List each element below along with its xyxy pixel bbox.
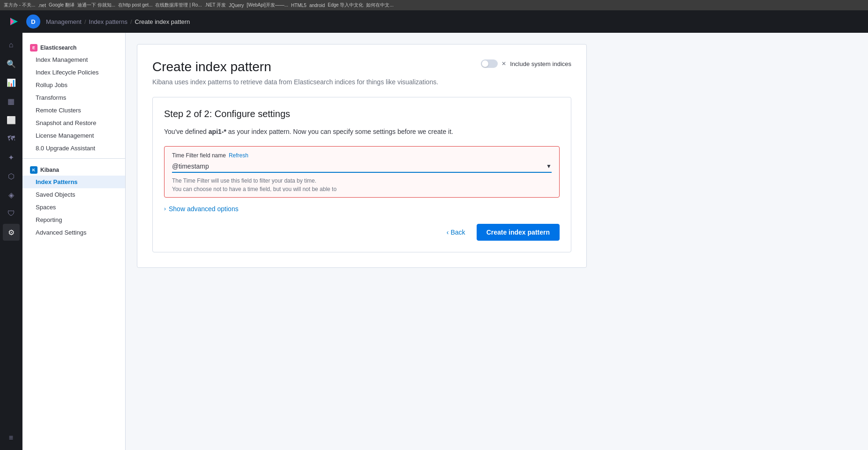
time-filter-hint-line1: The Time Filter will use this field to f… <box>172 177 552 185</box>
include-system-label: Include system indices <box>510 60 571 67</box>
bookmark-5: 在http post get... <box>118 2 152 8</box>
step-title: Step 2 of 2: Configure settings <box>164 109 560 119</box>
close-icon[interactable]: ✕ <box>501 60 506 67</box>
sidebar-item-saved-objects[interactable]: Saved Objects <box>22 188 125 201</box>
visualize-icon[interactable]: 📊 <box>3 74 20 91</box>
advanced-options-label: Show advanced options <box>169 205 239 213</box>
sidebar-item-index-management[interactable]: Index Management <box>22 53 125 66</box>
chevron-down-icon: ▼ <box>546 163 552 170</box>
bookmarks-bar: 某方办 - 不关... .net Google 翻译 迪通一下 你就知... 在… <box>4 2 394 8</box>
breadcrumb-index-patterns[interactable]: Index patterns <box>89 18 127 25</box>
sidebar-item-reporting[interactable]: Reporting <box>22 214 125 226</box>
bookmark-9: [WebApi]开发——... <box>247 2 288 8</box>
bookmark-12: Edge 导入中文化 <box>328 2 363 8</box>
canvas-icon[interactable]: ⬜ <box>3 111 20 128</box>
collapse-icon[interactable]: ≡ <box>3 429 20 446</box>
page-title: Create index pattern <box>152 59 438 74</box>
sidebar-item-license-management[interactable]: License Management <box>22 129 125 142</box>
bookmark-7: .NET 开发 <box>205 2 226 8</box>
step-desc-prefix: You've defined <box>164 128 209 135</box>
time-filter-select[interactable]: @timestamp ▼ <box>172 162 552 173</box>
page-header-left: Create index pattern Kibana uses index p… <box>152 59 438 86</box>
breadcrumb-sep-2: / <box>130 18 132 25</box>
kibana-section-title: K Kibana <box>22 162 125 176</box>
step-section: Step 2 of 2: Configure settings You've d… <box>152 97 571 252</box>
sidebar-item-spaces[interactable]: Spaces <box>22 201 125 214</box>
sidebar-item-rollup-jobs[interactable]: Rollup Jobs <box>22 79 125 91</box>
siem-icon[interactable]: 🛡 <box>3 205 20 222</box>
breadcrumb: Management / Index patterns / Create ind… <box>46 18 190 25</box>
time-filter-hint: The Time Filter will use this field to f… <box>172 177 552 192</box>
bookmark-13: 如何在中文... <box>366 2 393 8</box>
breadcrumb-management[interactable]: Management <box>46 18 82 25</box>
refresh-link[interactable]: Refresh <box>229 152 248 159</box>
step-description: You've defined api1-* as your index patt… <box>164 127 560 137</box>
kibana-sidebar-icon: K <box>30 166 37 174</box>
time-filter-label: Time Filter field name Refresh <box>172 152 552 159</box>
chevron-right-icon: › <box>164 206 166 212</box>
page-subtitle: Kibana uses index patterns to retrieve d… <box>152 78 438 86</box>
bookmark-2: .net <box>38 3 46 8</box>
sidebar-item-index-lifecycle-policies[interactable]: Index Lifecycle Policies <box>22 66 125 79</box>
main-card: Create index pattern Kibana uses index p… <box>137 44 587 268</box>
dashboard-icon[interactable]: ▦ <box>3 93 20 110</box>
user-avatar[interactable]: D <box>26 15 40 29</box>
toggle-knob <box>482 60 488 67</box>
sidebar-item-transforms[interactable]: Transforms <box>22 91 125 104</box>
include-system-indices[interactable]: ✕ Include system indices <box>481 59 571 68</box>
step-desc-suffix: as your index pattern. Now you can speci… <box>226 128 453 135</box>
sidebar-item-upgrade-assistant[interactable]: 8.0 Upgrade Assistant <box>22 142 125 155</box>
bookmark-8: JQuery <box>229 3 244 8</box>
chevron-left-icon: ‹ <box>447 229 449 236</box>
icon-bar: ⌂ 🔍 📊 ▦ ⬜ 🗺 ✦ ⬡ ◈ 🛡 ⚙ ≡ <box>0 33 22 450</box>
elasticsearch-section-title: E Elasticsearch <box>22 40 125 53</box>
page-header: Create index pattern Kibana uses index p… <box>152 59 571 86</box>
home-icon[interactable]: ⌂ <box>3 37 20 53</box>
browser-bar: 某方办 - 不关... .net Google 翻译 迪通一下 你就知... 在… <box>0 0 868 10</box>
discover-icon[interactable]: 🔍 <box>3 55 20 72</box>
time-filter-label-text: Time Filter field name <box>172 152 226 159</box>
create-index-pattern-button[interactable]: Create index pattern <box>477 224 560 241</box>
action-bar: ‹ Back Create index pattern <box>164 224 560 241</box>
apm-icon[interactable]: ◈ <box>3 186 20 203</box>
bookmark-11: android <box>309 3 325 8</box>
kibana-topbar: D Management / Index patterns / Create i… <box>0 10 868 33</box>
bookmark-10: HTML5 <box>291 3 307 8</box>
sidebar-item-snapshot-and-restore[interactable]: Snapshot and Restore <box>22 117 125 129</box>
breadcrumb-sep-1: / <box>84 18 86 25</box>
content-area: Create index pattern Kibana uses index p… <box>126 33 868 450</box>
infra-icon[interactable]: ⬡ <box>3 168 20 184</box>
time-filter-value: @timestamp <box>172 162 542 170</box>
maps-icon[interactable]: 🗺 <box>3 130 20 147</box>
sidebar-divider <box>22 158 125 159</box>
bookmark-3: Google 翻译 <box>49 2 75 8</box>
ml-icon[interactable]: ✦ <box>3 149 20 166</box>
sidebar-item-index-patterns[interactable]: Index Patterns <box>22 176 125 188</box>
time-filter-hint-line2: You can choose not to have a time field,… <box>172 185 552 192</box>
sidebar: E Elasticsearch Index Management Index L… <box>22 33 126 450</box>
bookmark-6: 在线数据库管理 | Ro... <box>155 2 202 8</box>
time-filter-box: Time Filter field name Refresh @timestam… <box>164 146 560 198</box>
index-pattern-value: api1-* <box>209 128 226 135</box>
advanced-options-toggle[interactable]: › Show advanced options <box>164 205 560 213</box>
elasticsearch-icon: E <box>30 44 37 52</box>
kibana-logo <box>7 15 21 28</box>
back-button[interactable]: ‹ Back <box>441 225 471 240</box>
sidebar-item-remote-clusters[interactable]: Remote Clusters <box>22 104 125 117</box>
management-icon[interactable]: ⚙ <box>3 224 20 241</box>
sidebar-item-advanced-settings[interactable]: Advanced Settings <box>22 226 125 239</box>
include-system-toggle[interactable] <box>481 59 498 68</box>
breadcrumb-current: Create index pattern <box>135 18 190 25</box>
bookmark-1: 某方办 - 不关... <box>4 2 35 8</box>
bookmark-4: 迪通一下 你就知... <box>77 2 115 8</box>
